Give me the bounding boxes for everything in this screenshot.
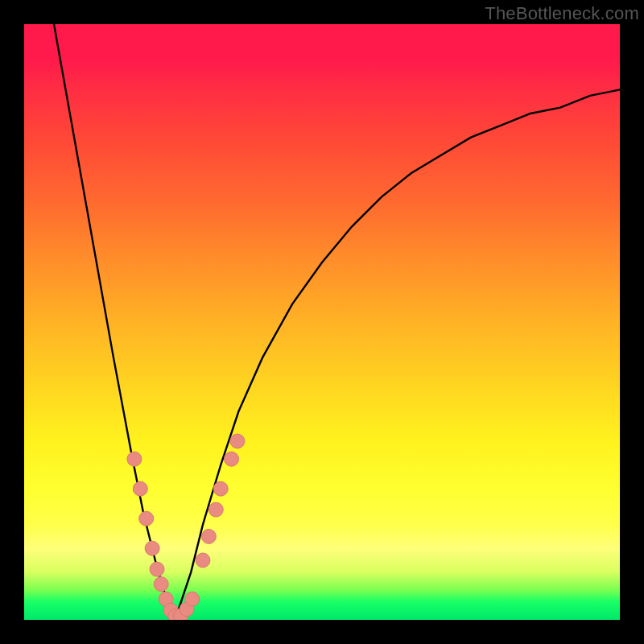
curve-marker bbox=[139, 511, 154, 526]
curve-marker bbox=[145, 541, 159, 555]
curve-marker bbox=[133, 481, 147, 496]
curve-marker bbox=[201, 529, 216, 543]
chart-frame: TheBottleneck.com bbox=[0, 0, 644, 644]
curve-marker bbox=[208, 502, 223, 517]
bottleneck-curve bbox=[54, 24, 620, 620]
curve-marker bbox=[154, 577, 168, 592]
watermark-text: TheBottleneck.com bbox=[485, 3, 639, 24]
curve-marker bbox=[127, 452, 142, 466]
curve-layer bbox=[24, 24, 620, 620]
curve-marker bbox=[185, 592, 200, 606]
curve-marker bbox=[213, 481, 228, 496]
curve-marker bbox=[150, 562, 164, 576]
curve-marker bbox=[196, 553, 210, 568]
curve-marker bbox=[230, 434, 245, 448]
plot-area bbox=[24, 24, 620, 620]
curve-marker bbox=[225, 452, 239, 466]
marker-layer bbox=[127, 434, 245, 620]
